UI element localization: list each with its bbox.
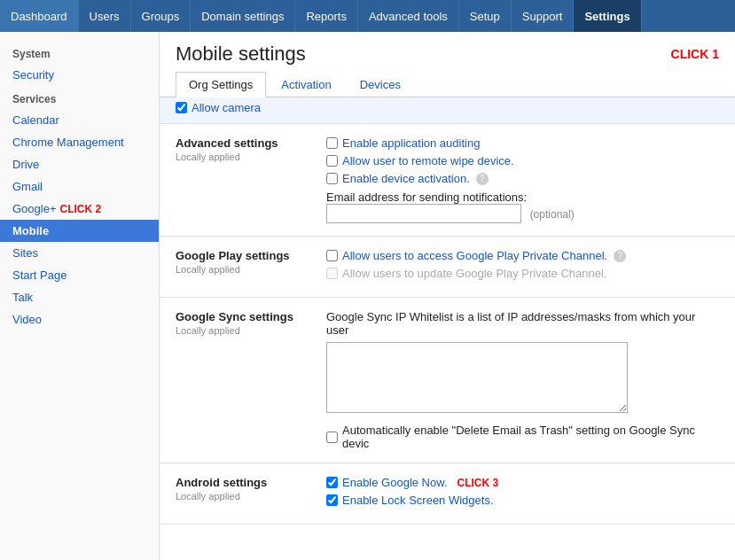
- android-settings-title: Android settings: [176, 476, 326, 489]
- device-activation-checkbox[interactable]: [326, 173, 338, 184]
- google-play-update-row: Allow users to update Google Play Privat…: [326, 267, 719, 280]
- sidebar-item-drive[interactable]: Drive: [0, 153, 159, 175]
- top-nav: Dashboard Users Groups Domain settings R…: [0, 0, 735, 32]
- sidebar-item-start-page[interactable]: Start Page: [0, 264, 159, 286]
- enable-auditing-label: Enable application auditing: [342, 136, 480, 150]
- google-play-access-checkbox[interactable]: [326, 250, 338, 261]
- google-sync-content: Google Sync IP Whitelist is a list of IP…: [326, 310, 719, 450]
- delete-email-label: Automatically enable "Delete Email as Tr…: [342, 424, 719, 450]
- lock-screen-widgets-label: Enable Lock Screen Widgets.: [342, 494, 494, 507]
- email-row: Email address for sending notifications:…: [326, 191, 719, 223]
- click2-badge: CLICK 2: [60, 203, 102, 215]
- tab-activation[interactable]: Activation: [268, 72, 344, 97]
- tab-devices[interactable]: Devices: [347, 72, 414, 97]
- nav-advanced-tools[interactable]: Advanced tools: [358, 0, 459, 32]
- android-settings-sub: Locally applied: [176, 491, 326, 502]
- advanced-settings-label: Advanced settings Locally applied: [176, 136, 326, 223]
- settings-content: Allow camera Advanced settings Locally a…: [160, 97, 735, 542]
- advanced-settings-sub: Locally applied: [176, 152, 326, 162]
- nav-users[interactable]: Users: [79, 0, 131, 32]
- nav-support[interactable]: Support: [512, 0, 575, 32]
- sidebar-item-talk[interactable]: Talk: [0, 286, 159, 308]
- sidebar-item-sites[interactable]: Sites: [0, 242, 159, 264]
- click3-badge: CLICK 3: [457, 477, 499, 489]
- remote-wipe-label: Allow user to remote wipe device.: [342, 154, 514, 167]
- sidebar-item-calendar[interactable]: Calendar: [0, 109, 159, 131]
- optional-text: (optional): [530, 208, 575, 221]
- sidebar-item-video[interactable]: Video: [0, 308, 159, 331]
- device-activation-help-icon[interactable]: ?: [476, 173, 489, 185]
- remote-wipe-row: Allow user to remote wipe device.: [326, 154, 719, 167]
- sync-ip-whitelist-textarea[interactable]: [326, 342, 628, 413]
- google-play-section: Google Play settings Locally applied All…: [160, 237, 735, 298]
- device-activation-row: Enable device activation. ?: [326, 172, 719, 185]
- remote-wipe-checkbox[interactable]: [326, 155, 338, 167]
- google-sync-label: Google Sync settings Locally applied: [176, 310, 326, 450]
- google-play-access-row: Allow users to access Google Play Privat…: [326, 249, 719, 262]
- system-section-label: System: [0, 41, 159, 64]
- google-play-label: Google Play settings Locally applied: [176, 249, 326, 284]
- nav-reports[interactable]: Reports: [295, 0, 358, 32]
- email-input[interactable]: [326, 204, 521, 223]
- advanced-settings-title: Advanced settings: [176, 136, 326, 150]
- sidebar-item-mobile[interactable]: Mobile: [0, 220, 159, 242]
- email-label: Email address for sending notifications:: [326, 191, 527, 204]
- advanced-settings-content: Enable application auditing Allow user t…: [326, 136, 719, 223]
- allow-camera-label: Allow camera: [176, 101, 719, 114]
- sync-desc: Google Sync IP Whitelist is a list of IP…: [326, 310, 719, 337]
- allow-camera-row: Allow camera: [160, 97, 735, 124]
- android-settings-section: Android settings Locally applied Enable …: [160, 463, 735, 525]
- google-play-content: Allow users to access Google Play Privat…: [326, 249, 719, 284]
- google-play-access-help-icon[interactable]: ?: [614, 250, 626, 262]
- enable-google-now-row: Enable Google Now. CLICK 3: [326, 476, 719, 489]
- google-sync-section: Google Sync settings Locally applied Goo…: [160, 298, 735, 463]
- main-content: Mobile settings CLICK 1 Org Settings Act…: [160, 32, 735, 560]
- google-play-access-label: Allow users to access Google Play Privat…: [342, 249, 607, 262]
- sidebar: System Security Services Calendar Chrome…: [0, 32, 160, 560]
- android-settings-content: Enable Google Now. CLICK 3 Enable Lock S…: [326, 476, 719, 511]
- page-header: Mobile settings CLICK 1: [160, 32, 735, 71]
- device-activation-label: Enable device activation.: [342, 172, 470, 185]
- services-section-label: Services: [0, 86, 159, 109]
- google-play-update-label: Allow users to update Google Play Privat…: [342, 267, 606, 280]
- google-sync-sub: Locally applied: [176, 325, 326, 336]
- nav-settings[interactable]: Settings: [574, 0, 641, 32]
- enable-auditing-checkbox[interactable]: [326, 137, 338, 149]
- allow-camera-checkbox[interactable]: [176, 102, 187, 113]
- delete-email-row: Automatically enable "Delete Email as Tr…: [326, 424, 719, 450]
- google-sync-title: Google Sync settings: [176, 310, 326, 323]
- advanced-settings-section: Advanced settings Locally applied Enable…: [160, 124, 735, 237]
- sidebar-item-security[interactable]: Security: [0, 64, 159, 86]
- nav-groups[interactable]: Groups: [131, 0, 192, 32]
- google-play-title: Google Play settings: [176, 249, 326, 262]
- enable-auditing-row: Enable application auditing: [326, 136, 719, 150]
- lock-screen-widgets-checkbox[interactable]: [326, 494, 338, 506]
- nav-setup[interactable]: Setup: [459, 0, 512, 32]
- sidebar-item-chrome-management[interactable]: Chrome Management: [0, 131, 159, 153]
- google-play-update-checkbox[interactable]: [326, 268, 338, 279]
- enable-google-now-label: Enable Google Now.: [342, 476, 448, 489]
- sidebar-item-gmail[interactable]: Gmail: [0, 175, 159, 198]
- enable-google-now-checkbox[interactable]: [326, 477, 338, 488]
- sidebar-item-googleplus[interactable]: Google+ CLICK 2: [0, 198, 159, 220]
- nav-domain-settings[interactable]: Domain settings: [191, 0, 295, 32]
- click1-badge: CLICK 1: [671, 47, 719, 61]
- nav-dashboard[interactable]: Dashboard: [0, 0, 79, 32]
- tab-org-settings[interactable]: Org Settings: [176, 72, 266, 97]
- delete-email-checkbox[interactable]: [326, 432, 338, 443]
- lock-screen-widgets-row: Enable Lock Screen Widgets.: [326, 494, 719, 507]
- page-title: Mobile settings: [176, 43, 306, 66]
- android-settings-label: Android settings Locally applied: [176, 476, 326, 511]
- google-play-sub: Locally applied: [176, 264, 326, 275]
- tabs: Org Settings Activation Devices: [160, 71, 735, 97]
